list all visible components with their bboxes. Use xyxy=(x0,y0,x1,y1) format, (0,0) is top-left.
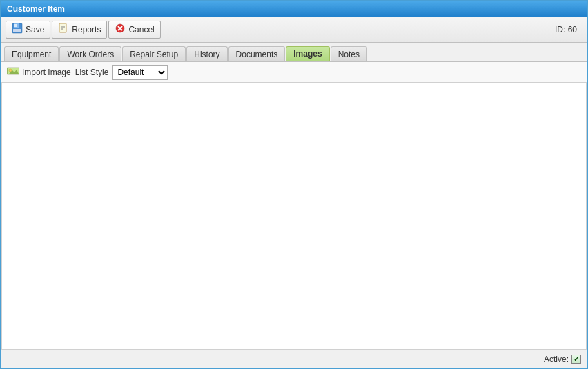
import-icon xyxy=(7,66,19,78)
save-icon xyxy=(12,23,23,36)
subtoolbar: Import Image List Style Default Thumbnai… xyxy=(1,62,587,83)
reports-icon xyxy=(58,23,69,36)
tab-work-orders[interactable]: Work Orders xyxy=(59,46,121,61)
list-style-label: List Style xyxy=(75,68,109,77)
active-checkbox[interactable] xyxy=(571,355,581,364)
main-window: Customer Item Save xyxy=(0,0,588,369)
save-label: Save xyxy=(26,25,44,34)
tab-equipment[interactable]: Equipment xyxy=(4,46,59,61)
import-image-button[interactable]: Import Image xyxy=(7,66,71,78)
tabs-bar: Equipment Work Orders Repair Setup Histo… xyxy=(1,43,587,62)
tab-images[interactable]: Images xyxy=(286,46,329,61)
reports-button[interactable]: Reports xyxy=(52,21,107,39)
list-style-select[interactable]: Default Thumbnail Large xyxy=(112,65,168,80)
active-label: Active: xyxy=(544,355,569,364)
content-area xyxy=(1,83,587,350)
id-display: ID: 60 xyxy=(555,25,582,34)
svg-rect-3 xyxy=(13,29,21,32)
cancel-button[interactable]: Cancel xyxy=(108,21,160,39)
tab-notes[interactable]: Notes xyxy=(331,46,367,61)
tab-repair-setup[interactable]: Repair Setup xyxy=(122,46,186,61)
status-bar: Active: xyxy=(1,350,587,368)
svg-rect-2 xyxy=(14,24,17,27)
tab-history[interactable]: History xyxy=(186,46,227,61)
window-title: Customer Item xyxy=(7,4,65,14)
cancel-icon xyxy=(115,23,126,36)
title-bar: Customer Item xyxy=(1,1,587,17)
import-label: Import Image xyxy=(22,68,71,77)
toolbar: Save Reports Cancel xyxy=(1,17,587,43)
save-button[interactable]: Save xyxy=(6,21,50,39)
svg-point-13 xyxy=(9,69,12,72)
reports-label: Reports xyxy=(72,25,101,34)
cancel-label: Cancel xyxy=(128,25,154,34)
tab-documents[interactable]: Documents xyxy=(228,46,286,61)
